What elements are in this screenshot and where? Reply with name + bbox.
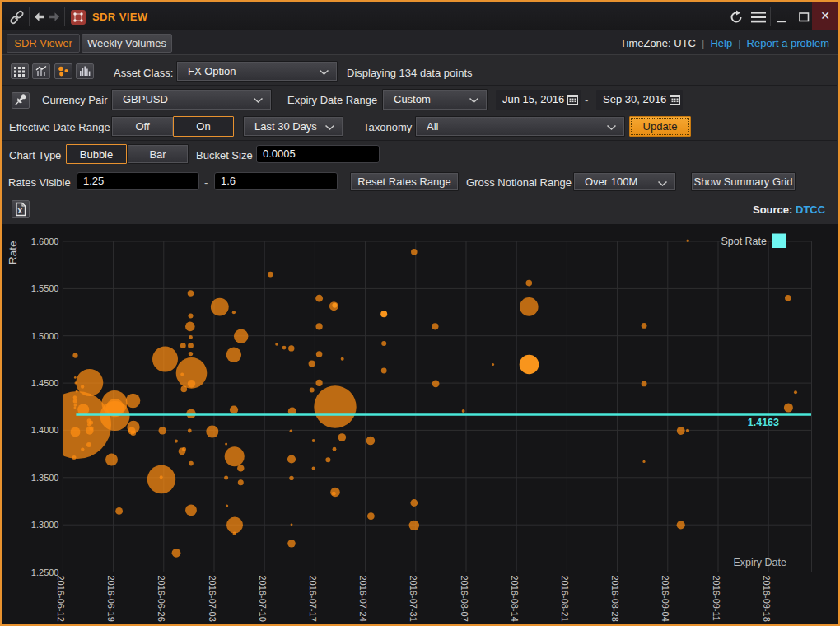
svg-text:Spot Rate: Spot Rate	[721, 236, 767, 247]
svg-text:1.4000: 1.4000	[31, 425, 59, 435]
svg-text:2016-07-10: 2016-07-10	[258, 576, 268, 622]
svg-text:x: x	[17, 206, 22, 215]
svg-text:2016-09-18: 2016-09-18	[762, 576, 772, 622]
svg-text:2016-08-14: 2016-08-14	[510, 576, 520, 622]
svg-text:2016-06-26: 2016-06-26	[156, 576, 166, 622]
svg-text:1.6000: 1.6000	[31, 236, 59, 246]
svg-text:2016-07-03: 2016-07-03	[208, 576, 217, 622]
svg-text:1.4163: 1.4163	[748, 417, 779, 428]
svg-text:1.3000: 1.3000	[31, 520, 59, 530]
svg-text:1.2500: 1.2500	[31, 568, 59, 577]
svg-text:2016-07-31: 2016-07-31	[408, 576, 418, 622]
svg-text:1.4500: 1.4500	[31, 378, 59, 388]
svg-text:1.5000: 1.5000	[31, 331, 59, 341]
svg-text:2016-09-11: 2016-09-11	[712, 576, 721, 621]
svg-text:2016-09-04: 2016-09-04	[660, 576, 670, 622]
svg-text:Rate: Rate	[7, 241, 19, 264]
svg-text:2016-08-21: 2016-08-21	[560, 576, 570, 622]
svg-text:2016-07-17: 2016-07-17	[308, 576, 318, 622]
svg-text:2016-06-12: 2016-06-12	[56, 576, 66, 622]
svg-text:Expiry Date: Expiry Date	[733, 557, 786, 568]
svg-text:2016-08-28: 2016-08-28	[610, 576, 620, 622]
svg-text:2016-08-07: 2016-08-07	[460, 576, 469, 622]
svg-text:2016-06-19: 2016-06-19	[106, 576, 116, 622]
svg-text:1.5500: 1.5500	[31, 283, 59, 293]
svg-text:2016-07-24: 2016-07-24	[358, 576, 368, 622]
svg-text:1.3500: 1.3500	[31, 473, 59, 483]
